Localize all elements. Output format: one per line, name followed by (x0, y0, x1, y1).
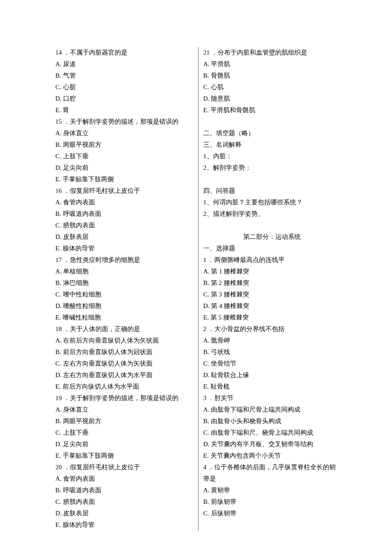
q17-opt-b: B. 淋巴细胞 (55, 277, 193, 289)
q18-opt-d: D. 左右方向垂直纵切人体为水平面 (55, 369, 193, 381)
p2q1-opt-c: C. 第 3 腰椎棘突 (203, 289, 341, 300)
section-terms-title: 三、名词解释 (203, 139, 341, 151)
q18-opt-b: B. 前后方向垂直纵切人体为冠状面 (55, 346, 193, 358)
q15-opt-c: C. 上肢下垂 (55, 151, 193, 162)
q15-opt-d: D. 足尖向前 (55, 162, 193, 174)
p2q4-stem: 4 ．位于各椎体的后面，几乎纵贯脊柱全长的韧带是 (203, 462, 341, 485)
q19-opt-b: B. 两眼平视前方 (55, 416, 193, 427)
q14-opt-d: D. 口腔 (55, 93, 193, 105)
blank-spacer (203, 116, 341, 128)
q14-opt-a: A. 尿道 (55, 58, 193, 70)
p2q3-stem: 3 ．肘关节 (203, 392, 341, 404)
q18-opt-a: A. 在前后方向垂直纵切人体为矢状面 (55, 335, 193, 346)
p2q4-opt-c: C. 后纵韧带 (203, 508, 341, 519)
q20-opt-d: D. 皮肤表层 (55, 508, 193, 519)
p2q1-stem: 1 ．两侧髂嵴最高点的连线平 (203, 254, 341, 266)
blank-spacer (203, 220, 341, 231)
part2-title: 第二部分：运动系统 (203, 231, 341, 243)
q21-opt-d: D. 随意肌 (203, 93, 341, 105)
q18-opt-c: C. 左右方向垂直纵切人体为矢状面 (55, 358, 193, 369)
q17-opt-e: E. 嗜碱性粒细胞 (55, 312, 193, 323)
p2q2-opt-e: E. 耻骨梳 (203, 381, 341, 392)
q18-opt-e: E. 前后方向纵切人体为水平面 (55, 381, 193, 392)
q14-opt-e: E. 胃 (55, 105, 193, 116)
p2q2-opt-b: B. 弓状线 (203, 346, 341, 358)
q17-stem: 17 ．急性炎症时增多的细胞是 (55, 254, 193, 266)
p2q2-opt-c: C. 坐骨结节 (203, 358, 341, 369)
p2q1-opt-d: D. 第 4 腰椎棘突 (203, 300, 341, 312)
q16-opt-d: D. 皮肤表层 (55, 231, 193, 243)
blank-spacer (203, 174, 341, 185)
q19-opt-d: D. 足尖向前 (55, 439, 193, 450)
qa-item-1: 1、何谓内脏？主要包括哪些系统？ (203, 197, 341, 208)
q21-opt-b: B. 骨骼肌 (203, 70, 341, 81)
term-item-1: 1、内脏： (203, 151, 341, 162)
q14-opt-c: C. 心脏 (55, 81, 193, 93)
q21-opt-a: A. 平滑肌 (203, 58, 341, 70)
q21-opt-c: C. 心肌 (203, 81, 341, 93)
p2q2-opt-a: A. 骶骨岬 (203, 335, 341, 346)
q15-opt-a: A. 身体直立 (55, 128, 193, 139)
q17-opt-d: D. 嗜酸性粒细胞 (55, 300, 193, 312)
p2q1-opt-a: A. 第 1 腰椎棘突 (203, 266, 341, 277)
part2-choice-title: 一、选择题 (203, 243, 341, 254)
p2q3-opt-a: A. 由肱骨下端和尺骨上端共同构成 (203, 404, 341, 416)
section-fill-title: 二、填空题（略） (203, 128, 341, 139)
p2q2-opt-d: D. 耻骨联合上缘 (203, 369, 341, 381)
q16-opt-a: A. 食管内表面 (55, 197, 193, 208)
q20-stem: 20 ．假复层纤毛柱状上皮位于 (55, 462, 193, 473)
term-item-2: 2、解剖学姿势： (203, 162, 341, 174)
qa-item-2: 2、描述解剖学姿势。 (203, 208, 341, 220)
q17-opt-a: A. 单核细胞 (55, 266, 193, 277)
q15-opt-b: B. 两眼平视前方 (55, 139, 193, 151)
p2q3-opt-c: C. 由肱骨下端和尺、桡骨上端共同构成 (203, 427, 341, 439)
q21-opt-e: E. 平滑肌和骨骼肌 (203, 105, 341, 116)
q14-stem: 14 ．不属于内脏器官的是 (55, 47, 193, 58)
q19-opt-e: E. 手掌贴靠下肢两侧 (55, 450, 193, 462)
p2q4-opt-b: B. 前纵韧带 (203, 496, 341, 508)
q16-opt-b: B. 呼吸道内表面 (55, 208, 193, 220)
q15-stem: 15 ．关于解剖学姿势的描述，那项是错误的 (55, 116, 193, 128)
section-qa-title: 四、问答题 (203, 185, 341, 197)
q16-stem: 16 ．假复层纤毛柱状上皮位于 (55, 185, 193, 197)
q14-opt-b: B. 气管 (55, 70, 193, 81)
p2q3-opt-b: B. 由肱骨小头和桡骨头构成 (203, 416, 341, 427)
p2q2-stem: 2 ．大小骨盆的分界线不包括 (203, 323, 341, 335)
q15-opt-e: E. 手掌贴靠下肢两侧 (55, 174, 193, 185)
q18-stem: 18 ．关于人体的面，正确的是 (55, 323, 193, 335)
p2q1-opt-b: B. 第 2 腰椎棘突 (203, 277, 341, 289)
q19-stem: 19 ．关于解剖学姿势的描述，那项是错误的 (55, 392, 193, 404)
q20-opt-a: A. 食管内表面 (55, 473, 193, 485)
q20-opt-c: C. 膀胱内表面 (55, 496, 193, 508)
q16-opt-e: E. 腺体的导管 (55, 243, 193, 254)
q17-opt-c: C. 嗜中性粒细胞 (55, 289, 193, 300)
p2q3-opt-d: D. 关节囊内有半月板、交叉韧带等结构 (203, 439, 341, 450)
q16-opt-c: C. 膀胱内表面 (55, 220, 193, 231)
q20-opt-e: E. 腺体的导管 (55, 519, 193, 531)
q19-opt-a: A. 身体直立 (55, 404, 193, 416)
q20-opt-b: B. 呼吸道内表面 (55, 485, 193, 496)
p2q4-opt-a: A. 黄韧带 (203, 485, 341, 496)
q21-stem: 21 ．分布于内脏和血管壁的肌组织是 (203, 47, 341, 58)
p2q1-opt-e: E. 第 5 腰椎棘突 (203, 312, 341, 323)
q19-opt-c: C. 上肢下垂 (55, 427, 193, 439)
p2q3-opt-e: E. 关节囊内包含两个小关节 (203, 450, 341, 462)
